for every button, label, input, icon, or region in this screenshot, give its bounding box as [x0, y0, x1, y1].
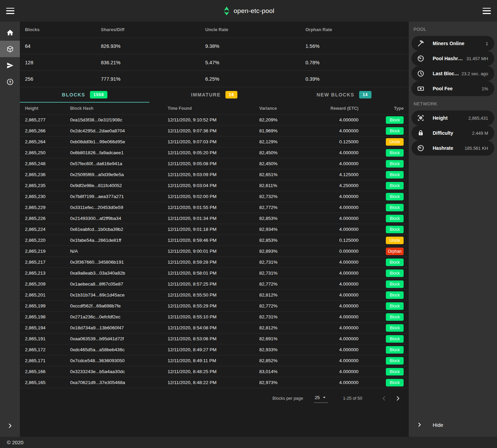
block-row[interactable]: 2,865,250 0x6b801826...fa9adcaee1 12/11/… — [20, 147, 409, 158]
stats-row: 128836.21% 5.47%0.78% — [20, 54, 409, 70]
top-app-bar: open-etc-pool — [0, 0, 497, 22]
sidebar-item-help[interactable]: ? — [0, 74, 20, 90]
block-height: 2,865,235 — [25, 183, 70, 188]
block-type-badge: Block — [386, 149, 404, 157]
per-page-select[interactable]: 25 — [314, 394, 328, 403]
stat-pill-last-block-fo: Last Block Fo… 23.2 sec. ago — [411, 66, 494, 81]
block-time: 12/11/2020, 8:59:28 PM — [168, 260, 259, 265]
block-hash: 0x57fec60f...da616e941a — [70, 161, 168, 166]
block-hash: 0x2dc4295d...2dae0a8704 — [70, 128, 168, 133]
block-time: 12/11/2020, 9:10:52 PM — [168, 117, 259, 122]
app-root: open-etc-pool ? Blocks Shares/Diff Uncle… — [0, 0, 497, 448]
block-row[interactable]: 2,865,171 0x7cdce548...3636093050 12/11/… — [20, 355, 409, 366]
block-reward: 4.000000 — [321, 358, 358, 363]
block-row[interactable]: 2,865,277 0xa15d3f38...0e31f1908c 12/11/… — [20, 114, 409, 125]
stats-col-header: Orphan Rate — [305, 27, 409, 32]
block-variance: 82,691% — [259, 336, 321, 341]
tab-blocks[interactable]: BLOCKS 1558 — [20, 87, 149, 103]
block-variance: 81,969% — [259, 128, 321, 133]
col-header-time: Time Found — [168, 106, 259, 111]
stats-sidebar: POOL Miners Online 1 Pool Hashrate 31.45… — [409, 22, 497, 437]
block-hash: 0xa9a8eab3...03a340a82b — [70, 271, 168, 276]
block-row[interactable]: 2,865,224 0x61eabfcd...1b0cba39b2 12/11/… — [20, 224, 409, 235]
blocks-table: Height Block Hash Time Found Variance Re… — [20, 103, 409, 388]
sidebar-item-payments[interactable] — [0, 57, 20, 74]
pagination-range: 1-25 of 50 — [343, 396, 362, 401]
block-variance: 82,853% — [259, 216, 321, 221]
right-menu-icon[interactable] — [483, 8, 491, 14]
block-time: 12/11/2020, 8:59:46 PM — [168, 238, 259, 243]
block-row[interactable]: 2,865,220 0x1fabe54a...2661de81ff 12/11/… — [20, 235, 409, 246]
block-row[interactable]: 2,865,264 0xb08dd0b1...99e066d95e 12/11/… — [20, 136, 409, 147]
block-height: 2,865,248 — [25, 161, 70, 166]
cube-scan-icon — [417, 114, 425, 122]
copyright-text: © 2020 — [7, 439, 24, 445]
svg-text:?: ? — [9, 80, 11, 84]
block-row[interactable]: 2,865,165 0xa70621d9...37e305468a 12/11/… — [20, 377, 409, 388]
block-variance: 82,731% — [259, 314, 321, 319]
block-row[interactable]: 2,865,266 0x2dc4295d...2dae0a8704 12/11/… — [20, 125, 409, 136]
menu-icon[interactable] — [6, 8, 14, 14]
block-variance: 82,852% — [259, 358, 321, 363]
block-hash: 0x1fabe54a...2661de81ff — [70, 238, 168, 243]
block-type-badge: Block — [386, 215, 404, 222]
block-row[interactable]: 2,865,191 0xaa063539...b95d41d72f 12/11/… — [20, 333, 409, 344]
block-type-badge: Block — [386, 116, 404, 124]
block-hash: 0x7cdce548...3636093050 — [70, 358, 168, 363]
block-row[interactable]: 2,865,248 0x57fec60f...da616e941a 12/11/… — [20, 158, 409, 169]
collapse-nav-chevron-icon[interactable] — [0, 419, 20, 433]
block-row[interactable]: 2,865,199 0xccdf562f...69a698b7fe 12/11/… — [20, 300, 409, 311]
block-height: 2,865,229 — [25, 205, 70, 210]
block-row[interactable]: 2,865,226 0x21493300...af2ff9ba34 12/11/… — [20, 213, 409, 224]
block-time: 12/11/2020, 9:01:18 PM — [168, 227, 259, 232]
tab-new-blocks[interactable]: NEW BLOCKS 14 — [279, 87, 409, 103]
block-row[interactable]: 2,865,194 0x18d734a9...13b6060f47 12/11/… — [20, 322, 409, 333]
block-variance: 82,812% — [259, 292, 321, 298]
caret-down-icon — [321, 394, 327, 400]
block-row[interactable]: 2,865,236 0x25095f69...a0d39e9e5a 12/11/… — [20, 169, 409, 180]
main-content: Blocks Shares/Diff Uncle Rate Orphan Rat… — [20, 22, 409, 437]
block-height: 2,865,250 — [25, 150, 70, 155]
stat-pill-difficulty: Difficulty 2.449 M — [411, 126, 494, 141]
next-page-chevron-icon[interactable] — [391, 392, 405, 405]
block-reward: 4.000000 — [321, 216, 358, 221]
app-title: open-etc-pool — [234, 7, 274, 15]
block-row[interactable]: 2,865,198 0x271a236c...0efcfdf2ec 12/11/… — [20, 311, 409, 322]
tab-count-badge: 14 — [359, 91, 371, 98]
block-row[interactable]: 2,865,229 0x3311efec...20453d0e59 12/11/… — [20, 202, 409, 213]
block-row[interactable]: 2,865,209 0x1aebeca8...8f67c05e87 12/11/… — [20, 278, 409, 289]
block-variance: 82,934% — [259, 227, 321, 232]
hide-label: Hide — [433, 422, 443, 428]
block-row[interactable]: 2,865,219 N/A 12/11/2020, 9:00:01 PM 82,… — [20, 246, 409, 256]
block-row[interactable]: 2,865,217 0x3f367660...345806b191 12/11/… — [20, 256, 409, 267]
banknote-icon — [417, 85, 425, 92]
col-header-reward: Reward (ETC) — [321, 106, 358, 111]
block-type-badge: Block — [386, 280, 404, 288]
hide-sidebar-button[interactable]: Hide — [409, 417, 497, 432]
block-hash: 0x1aebeca8...8f67c05e87 — [70, 281, 168, 287]
block-type-badge: Block — [386, 171, 404, 179]
col-header-hash: Block Hash — [70, 106, 168, 111]
block-row[interactable]: 2,865,172 0xdc465d5a...a58beb436c 12/11/… — [20, 344, 409, 355]
block-row[interactable]: 2,865,166 0x3233243e...b5a4aa30dc 12/11/… — [20, 366, 409, 377]
block-row[interactable]: 2,865,230 0x7b8f7199...aea377a271 12/11/… — [20, 191, 409, 202]
prev-page-chevron-icon[interactable] — [377, 392, 391, 405]
sidebar-item-home[interactable] — [0, 24, 20, 41]
block-variance: 82,732% — [259, 194, 321, 199]
sidebar-item-blocks[interactable] — [0, 41, 20, 57]
block-row[interactable]: 2,865,213 0xa9a8eab3...03a340a82b 12/11/… — [20, 267, 409, 278]
block-hash: 0x7b8f7199...aea377a271 — [70, 194, 168, 199]
block-reward: 4.000000 — [321, 117, 358, 122]
block-row[interactable]: 2,865,201 0x1b31b734...69c1d45ace 12/11/… — [20, 289, 409, 300]
block-variance: 82,772% — [259, 281, 321, 287]
block-type-badge: Uncle — [386, 237, 404, 244]
block-time: 12/11/2020, 9:02:00 PM — [168, 194, 259, 199]
block-time: 12/11/2020, 9:03:09 PM — [168, 172, 259, 177]
block-row[interactable]: 2,865,235 0x9df2e98e...811fc40052 12/11/… — [20, 180, 409, 191]
block-type-badge: Block — [386, 291, 404, 299]
col-header-variance: Variance — [259, 106, 321, 111]
block-height: 2,865,217 — [25, 260, 70, 265]
block-height: 2,865,266 — [25, 128, 70, 133]
block-reward: 4.000000 — [321, 260, 358, 265]
tab-immature[interactable]: IMMATURE 16 — [149, 87, 279, 103]
